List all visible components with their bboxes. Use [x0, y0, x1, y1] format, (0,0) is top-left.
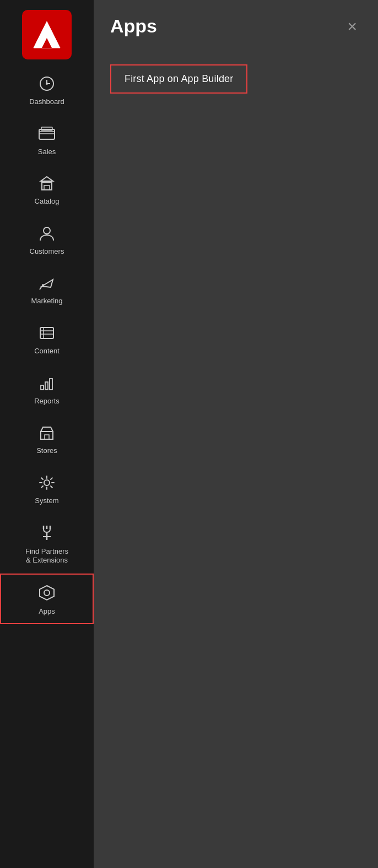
find-partners-icon	[39, 525, 55, 544]
main-header: Apps ×	[94, 0, 378, 48]
svg-rect-23	[41, 432, 53, 439]
svg-line-14	[40, 286, 42, 290]
sidebar: Dashboard Sales Catalog	[0, 0, 94, 868]
sidebar-item-label-content: Content	[34, 347, 60, 356]
sidebar-item-label-sales: Sales	[38, 148, 56, 156]
sidebar-item-system[interactable]: System	[0, 464, 94, 514]
sidebar-item-stores[interactable]: Stores	[0, 414, 94, 464]
catalog-icon	[39, 176, 55, 194]
sidebar-item-customers[interactable]: Customers	[0, 215, 94, 265]
svg-rect-16	[40, 327, 53, 339]
sales-icon	[38, 126, 56, 144]
svg-marker-11	[41, 177, 53, 181]
content-icon	[39, 325, 55, 343]
sidebar-item-sales[interactable]: Sales	[0, 115, 94, 165]
sidebar-item-reports[interactable]: Reports	[0, 364, 94, 414]
sidebar-item-dashboard[interactable]: Dashboard	[0, 65, 94, 115]
sidebar-item-label-catalog: Catalog	[35, 197, 60, 206]
sidebar-item-label-apps: Apps	[39, 607, 55, 616]
svg-point-15	[42, 284, 44, 286]
svg-rect-22	[50, 379, 52, 390]
system-icon	[39, 475, 55, 493]
reports-icon	[39, 375, 55, 394]
close-button[interactable]: ×	[343, 16, 361, 37]
sidebar-item-label-dashboard: Dashboard	[29, 97, 64, 106]
stores-icon	[39, 425, 55, 443]
sidebar-item-content[interactable]: Content	[0, 314, 94, 364]
svg-marker-32	[40, 586, 54, 600]
sidebar-logo[interactable]	[22, 10, 72, 59]
apps-icon	[39, 585, 55, 604]
svg-rect-8	[39, 132, 55, 134]
sidebar-item-apps[interactable]: Apps	[0, 574, 94, 625]
svg-point-33	[44, 590, 50, 596]
sidebar-item-label-stores: Stores	[36, 446, 57, 455]
svg-point-6	[46, 83, 48, 85]
svg-rect-24	[45, 435, 49, 439]
first-app-button[interactable]: First App on App Builder	[110, 64, 247, 94]
sidebar-item-label-marketing: Marketing	[31, 297, 62, 305]
marketing-icon	[39, 275, 55, 293]
main-body: First App on App Builder	[94, 48, 378, 868]
svg-point-26	[44, 480, 50, 485]
sidebar-item-catalog[interactable]: Catalog	[0, 165, 94, 215]
sidebar-item-find-partners[interactable]: Find Partners & Extensions	[0, 514, 94, 573]
sidebar-item-label-reports: Reports	[34, 397, 60, 406]
sidebar-item-marketing[interactable]: Marketing	[0, 264, 94, 314]
sidebar-item-label-customers: Customers	[30, 247, 64, 256]
sidebar-item-label-system: System	[35, 496, 58, 505]
page-title: Apps	[110, 15, 157, 37]
sidebar-item-label-find-partners: Find Partners & Extensions	[25, 547, 68, 564]
svg-rect-10	[42, 182, 52, 190]
sidebar-nav: Dashboard Sales Catalog	[0, 65, 94, 868]
main-panel: Apps × First App on App Builder	[94, 0, 378, 868]
svg-point-13	[44, 227, 50, 234]
svg-rect-21	[45, 382, 48, 390]
svg-rect-12	[44, 185, 50, 190]
dashboard-icon	[39, 76, 55, 94]
svg-rect-20	[41, 385, 44, 390]
customers-icon	[39, 226, 55, 244]
